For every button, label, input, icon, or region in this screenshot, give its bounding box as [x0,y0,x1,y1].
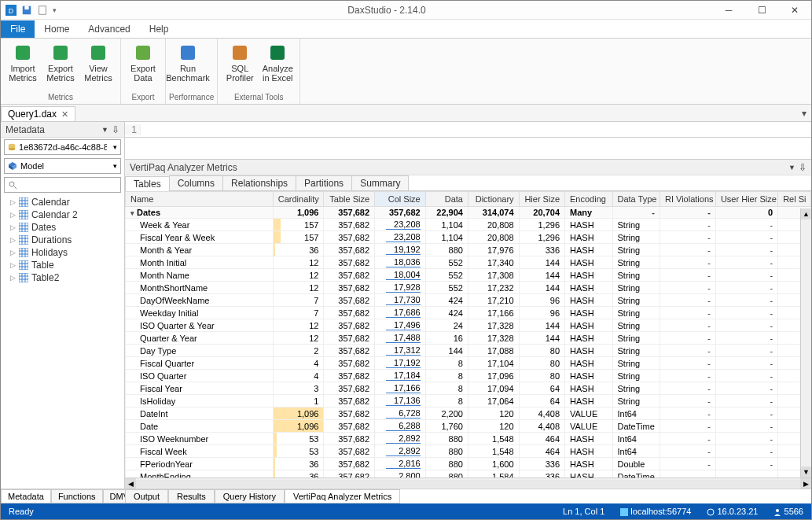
svg-point-57 [776,509,779,512]
close-button[interactable]: ✕ [778,1,811,20]
column-header[interactable]: Name [126,192,274,207]
column-header[interactable]: Encoding [565,192,612,207]
table-row[interactable]: Fiscal Year3357,68217,166817,09464HASHSt… [126,382,811,395]
vertical-scrollbar[interactable]: ▲ ▼ [800,208,811,478]
table-row[interactable]: IsHoliday1357,68217,136817,06464HASHStri… [126,395,811,408]
table-row[interactable]: FPeriodnYear36357,6822,8168801,600336HAS… [126,458,811,470]
run-benchmark-button[interactable]: RunBenchmark [169,40,207,92]
left-tab-metadata[interactable]: Metadata [1,489,51,503]
table-row[interactable]: Week & Year157357,68223,2081,10420,8081,… [126,219,811,231]
table-row[interactable]: Weekday Initial7357,68217,68642417,16696… [126,307,811,319]
chevron-down-icon[interactable]: ▼ [788,164,795,171]
summary-row[interactable]: ▾ Dates1,096357,682357,68222,904314,0742… [126,207,811,219]
import-metrics-button[interactable]: ImportMetrics [4,40,42,92]
output-tab-query-history[interactable]: Query History [215,489,285,503]
tree-table-item[interactable]: ▷Calendar [4,196,121,208]
output-tab-vertipaq-analyzer-metrics[interactable]: VertiPaq Analyzer Metrics [285,489,400,503]
expand-icon[interactable]: ▷ [10,236,16,244]
pin-icon[interactable]: ⇩ [112,124,119,135]
table-row[interactable]: Fiscal Week53357,6822,8928801,548464HASH… [126,445,811,458]
save-icon[interactable] [21,5,32,16]
ribbon-tab-help[interactable]: Help [140,20,178,38]
tree-table-item[interactable]: ▷Durations [4,234,121,246]
table-row[interactable]: Fiscal Year & Week157357,68223,2081,1042… [126,231,811,244]
sql-profiler-button[interactable]: SQLProfiler [221,40,259,92]
chevron-down-icon[interactable]: ▾ [113,143,117,151]
tree-table-item[interactable]: ▷Table2 [4,271,121,284]
view-metrics-button[interactable]: ViewMetrics [79,40,117,92]
table-row[interactable]: ISO Weeknumber53357,6822,8928801,548464H… [126,433,811,445]
expand-icon[interactable]: ▷ [10,223,16,231]
table-row[interactable]: Day Type2357,68217,31214417,08880HASHStr… [126,345,811,357]
table-row[interactable]: ISO Quarter & Year12357,68217,4962417,32… [126,319,811,332]
qat-dropdown-icon[interactable]: ▾ [53,6,57,14]
tree-item-label: Holidays [31,247,68,258]
column-header[interactable]: RI Violations [660,192,715,207]
output-tab-output[interactable]: Output [125,489,168,503]
table-row[interactable]: Month Initial12357,68218,03655217,340144… [126,256,811,269]
pin-icon[interactable]: ⇩ [799,162,806,173]
output-tab-results[interactable]: Results [168,489,215,503]
database-combo[interactable]: 1e83672d-a46c-4c88-8f22- ▾ [4,139,121,155]
tree-table-item[interactable]: ▷Dates [4,221,121,234]
subtab-partitions[interactable]: Partitions [296,175,352,190]
cell: - [715,219,777,231]
column-header[interactable]: Table Size [324,192,375,207]
table-row[interactable]: Month Name12357,68218,00455217,308144HAS… [126,269,811,282]
tree-table-item[interactable]: ▷Calendar 2 [4,208,121,221]
chevron-down-icon[interactable]: ▼ [101,126,108,134]
subtab-tables[interactable]: Tables [125,176,170,191]
ribbon-tab-file[interactable]: File [1,20,35,38]
table-row[interactable]: ISO Quarter4357,68217,184817,09680HASHSt… [126,370,811,382]
subtab-relationships[interactable]: Relationships [222,175,296,190]
scroll-up-icon[interactable]: ▲ [801,208,811,219]
table-row[interactable]: MonthShortName12357,68217,92855217,23214… [126,282,811,294]
table-row[interactable]: DayOfWeekName7357,68217,73042417,21096HA… [126,294,811,307]
expand-icon[interactable]: ▷ [10,261,16,269]
column-header[interactable]: Data Type [612,192,660,207]
close-icon[interactable]: ✕ [61,109,68,120]
table-row[interactable]: Fiscal Quarter4357,68217,192817,10480HAS… [126,357,811,370]
column-header[interactable]: User Hier Size [715,192,777,207]
horizontal-scrollbar[interactable]: ◀ ▶ [125,478,811,489]
table-row[interactable]: DateInt1,096357,6826,7282,2001204,408VAL… [126,408,811,420]
ribbon-tab-home[interactable]: Home [35,20,79,38]
scroll-right-icon[interactable]: ▶ [800,478,811,489]
column-header[interactable]: Data [425,192,468,207]
maximize-button[interactable]: ☐ [745,1,778,20]
minimize-button[interactable]: ─ [712,1,745,20]
column-header[interactable]: Rel Si [778,192,811,207]
chevron-down-icon[interactable]: ▾ [113,162,117,170]
scroll-down-icon[interactable]: ▼ [801,467,811,478]
table-row[interactable]: Quarter & Year12357,68217,4881617,328144… [126,332,811,345]
column-header[interactable]: Hier Size [519,192,564,207]
new-icon[interactable] [37,5,48,16]
export-metrics-button[interactable]: ExportMetrics [42,40,79,92]
tree-table-item[interactable]: ▷Table [4,259,121,271]
expand-icon[interactable]: ▷ [10,274,16,282]
expand-icon[interactable]: ▷ [10,198,16,206]
column-header[interactable]: Dictionary [468,192,519,207]
expand-icon[interactable]: ▷ [10,211,16,219]
subtab-summary[interactable]: Summary [351,175,409,190]
model-combo[interactable]: Model ▾ [4,158,121,174]
scroll-left-icon[interactable]: ◀ [125,478,136,489]
expand-icon[interactable]: ▷ [10,249,16,256]
left-tab-functions[interactable]: Functions [51,489,103,503]
cell: 144 [519,332,564,345]
document-tab[interactable]: Query1.dax ✕ [1,106,75,121]
table-row[interactable]: Date1,096357,6826,2881,7601204,408VALUED… [126,420,811,433]
collapse-icon[interactable]: ▾ [130,209,134,217]
tabs-dropdown-icon[interactable]: ▾ [797,108,811,119]
ribbon-tab-advanced[interactable]: Advanced [79,20,139,38]
export-data-button[interactable]: ExportData [124,40,162,92]
subtab-columns[interactable]: Columns [169,175,223,190]
analyze-in excel-button[interactable]: Analyzein Excel [259,40,296,92]
cell: 880 [425,244,468,256]
column-header[interactable]: Cardinality [273,192,324,207]
table-row[interactable]: Month & Year36357,68219,19288017,976336H… [126,244,811,256]
column-header[interactable]: Col Size [375,192,426,207]
table-row[interactable]: MonthEnding36357,6822,8008801,584336HASH… [126,470,811,478]
search-input[interactable] [4,177,121,193]
tree-table-item[interactable]: ▷Holidays [4,246,121,259]
